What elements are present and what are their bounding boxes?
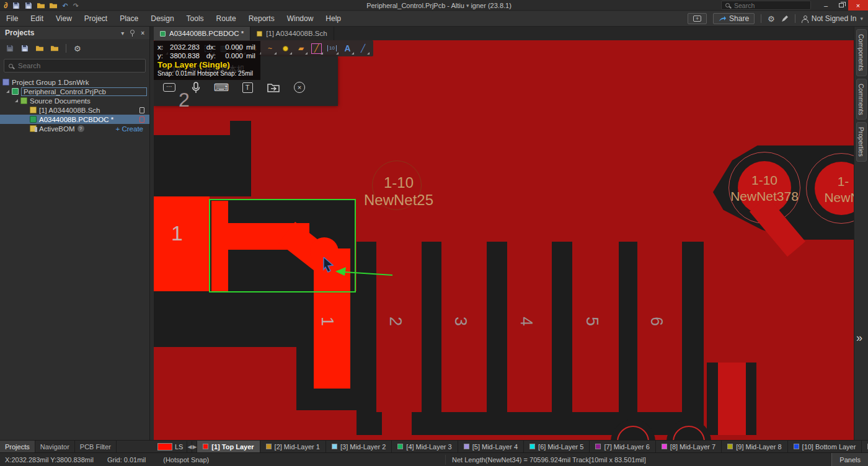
- tab-pcb-filter[interactable]: PCB Filter: [75, 441, 117, 452]
- sign-in-button[interactable]: Not Signed In ▾: [802, 14, 863, 23]
- open-project-icon[interactable]: [50, 2, 57, 9]
- redo-icon[interactable]: ↷: [73, 1, 79, 10]
- microphone-icon[interactable]: [187, 79, 203, 95]
- search-icon: [725, 3, 730, 7]
- text-tool-icon[interactable]: T: [239, 79, 255, 95]
- copper-trace[interactable]: [572, 242, 619, 412]
- expand-icon[interactable]: [6, 90, 9, 93]
- modified-page-icon: [140, 116, 144, 123]
- string-icon[interactable]: A: [340, 41, 355, 56]
- tab-schdoc[interactable]: [1] A0344008B.Sch: [250, 27, 334, 40]
- menu-window[interactable]: Window: [281, 11, 320, 27]
- tree-item-pcb-doc[interactable]: A0344008B.PCBDOC *: [0, 115, 149, 124]
- tree-item-sch-doc[interactable]: [1] A0344008B.Sch: [0, 105, 149, 115]
- global-search[interactable]: [721, 1, 811, 10]
- layer-tab-mid6[interactable]: [7] Mid-Layer 6: [590, 441, 655, 453]
- tree-item-source-documents[interactable]: Source Documents: [0, 96, 149, 105]
- dimension-icon[interactable]: 10: [324, 41, 340, 56]
- projects-search-input[interactable]: [17, 61, 128, 70]
- maximize-button[interactable]: [835, 0, 848, 11]
- create-link[interactable]: + Create: [116, 125, 143, 133]
- pcb-canvas[interactable]: 1-10 NewNet25 1-10 NewNet378 1- NewN 2 1…: [154, 40, 854, 440]
- folder-settings-icon[interactable]: [51, 45, 58, 52]
- save-project-icon[interactable]: [6, 45, 14, 52]
- menu-help[interactable]: Help: [319, 11, 347, 27]
- scroll-right-icon[interactable]: ▶: [192, 441, 197, 452]
- tab-pcbdoc[interactable]: A0344008B.PCBDOC *: [154, 27, 250, 40]
- copper-trace[interactable]: [441, 242, 487, 412]
- tree-item-activebom[interactable]: ActiveBOM ? + Create: [0, 124, 149, 133]
- layer-sets-button[interactable]: LS: [154, 441, 187, 452]
- share-arrow-icon: [719, 15, 726, 22]
- via-icon[interactable]: [278, 41, 293, 56]
- panel-close-icon[interactable]: ×: [141, 30, 144, 37]
- tree-item-workspace[interactable]: Project Group 1.DsnWrk: [0, 77, 149, 87]
- menu-route[interactable]: Route: [210, 11, 242, 27]
- close-button[interactable]: ×: [848, 0, 868, 11]
- minimize-button[interactable]: –: [817, 0, 835, 11]
- panel-settings-gear-icon[interactable]: ⚙: [74, 44, 81, 53]
- layer-tab-mid2[interactable]: [3] Mid-Layer 2: [326, 441, 392, 453]
- pin-icon[interactable]: [130, 30, 135, 37]
- title-bar: ∂ ↶ ↷ Peripheral_Control.PrjPcb - Altiu …: [0, 0, 868, 11]
- undo-icon[interactable]: ↶: [62, 1, 68, 10]
- line-icon[interactable]: ╱: [355, 41, 371, 56]
- projects-search[interactable]: [4, 59, 146, 73]
- save-all-icon[interactable]: [25, 2, 32, 9]
- snap-info: Snap: 0.01mil Hotspot Snap: 25mil: [157, 70, 257, 77]
- layer-tab-mid3[interactable]: [4] Mid-Layer 3: [392, 441, 458, 453]
- scroll-left-icon[interactable]: ◀: [187, 441, 192, 452]
- copper-trace[interactable]: [637, 242, 682, 412]
- trace-number: 4: [516, 317, 536, 326]
- share-button[interactable]: Share: [713, 13, 755, 24]
- menu-project[interactable]: Project: [78, 11, 113, 27]
- settings-gear-icon[interactable]: ⚙: [768, 14, 775, 24]
- help-icon[interactable]: ?: [78, 125, 84, 132]
- expand-icon[interactable]: [15, 99, 18, 102]
- file-transfer-icon[interactable]: [265, 79, 281, 95]
- chat-icon[interactable]: ⋯: [161, 79, 177, 95]
- menu-place[interactable]: Place: [113, 11, 144, 27]
- tab-components[interactable]: Components: [856, 29, 867, 76]
- user-icon: [802, 15, 808, 22]
- customize-pen-icon[interactable]: [781, 15, 789, 22]
- compile-icon[interactable]: [21, 45, 29, 52]
- menu-file[interactable]: File: [0, 11, 24, 27]
- chevron-down-icon: ▾: [860, 15, 863, 22]
- menu-edit[interactable]: Edit: [24, 11, 50, 27]
- open-folder-icon[interactable]: [36, 45, 43, 52]
- menu-reports[interactable]: Reports: [242, 11, 281, 27]
- comment-button[interactable]: +: [688, 13, 707, 24]
- global-search-input[interactable]: [733, 1, 795, 10]
- tree-item-project[interactable]: Peripheral_Control.PrjPcb: [0, 87, 149, 96]
- menu-design[interactable]: Design: [144, 11, 180, 27]
- layer-tab-top[interactable]: [1] Top Layer: [197, 441, 260, 453]
- collapse-popup-icon[interactable]: »: [856, 332, 862, 345]
- open-icon[interactable]: [37, 2, 45, 9]
- copper-trace[interactable]: [507, 242, 552, 412]
- pcb-doc-icon: [160, 31, 166, 37]
- panels-button[interactable]: Panels: [831, 453, 868, 466]
- remote-control-icon[interactable]: ⌨: [213, 79, 229, 95]
- layer-tab-mid8[interactable]: [9] Mid-Layer 8: [722, 441, 787, 453]
- layer-tab-mid1[interactable]: [2] Mid-Layer 1: [260, 441, 326, 453]
- tab-projects[interactable]: Projects: [0, 441, 35, 452]
- layer-tab-mid4[interactable]: [5] Mid-Layer 4: [458, 441, 524, 453]
- save-icon[interactable]: [12, 2, 20, 9]
- measure-icon[interactable]: ╱: [309, 41, 324, 56]
- menu-tools[interactable]: Tools: [180, 11, 210, 27]
- panel-dropdown-icon[interactable]: ▾: [121, 30, 124, 37]
- layer-tab-bottom[interactable]: [10] Bottom Layer: [788, 441, 862, 453]
- layer-tab-mechanical1[interactable]: Mechanical 1: [862, 441, 868, 453]
- polygon-pour-icon[interactable]: ▰: [293, 41, 309, 56]
- layer-tab-mid7[interactable]: [8] Mid-Layer 7: [656, 441, 722, 453]
- chevron-down-icon[interactable]: ▾: [466, 2, 469, 9]
- menu-view[interactable]: View: [50, 11, 78, 27]
- disconnect-icon[interactable]: ×: [291, 79, 308, 95]
- tab-navigator[interactable]: Navigator: [35, 441, 75, 452]
- altium-logo-icon: ∂: [4, 1, 7, 10]
- layer-tab-mid5[interactable]: [6] Mid-Layer 5: [524, 441, 590, 453]
- glossing-icon[interactable]: ~: [262, 41, 278, 56]
- tab-properties[interactable]: Properties: [856, 122, 867, 162]
- tab-comments[interactable]: Comments: [856, 79, 867, 120]
